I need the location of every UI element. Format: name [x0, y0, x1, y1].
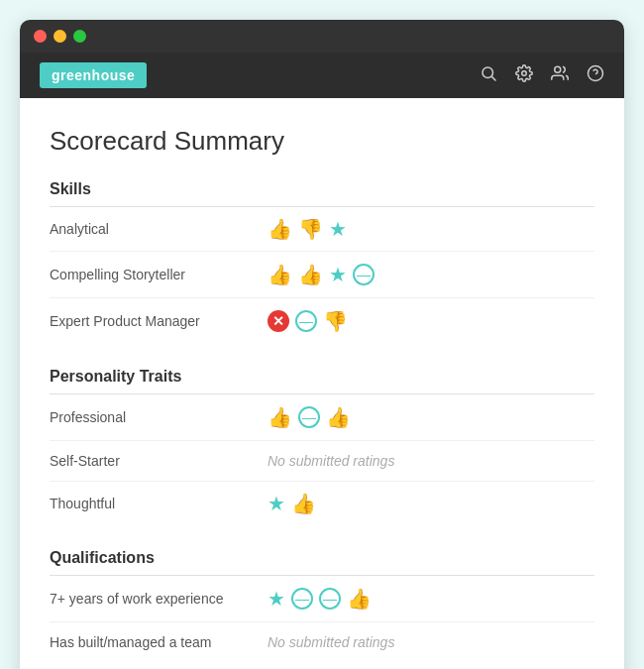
thumb-up-icon: 👍 [298, 265, 323, 284]
neutral-icon: — [319, 588, 341, 610]
neutral-icon: — [291, 588, 313, 610]
neutral-icon: — [295, 310, 317, 332]
star-icon: ★ [268, 494, 285, 513]
thumb-up-icon: 👍 [291, 494, 316, 513]
row-label: Analytical [50, 221, 268, 237]
row-label: Professional [50, 409, 268, 425]
thumb-up-icon: 👍 [326, 407, 351, 427]
thumb-up-icon: 👍 [347, 589, 372, 609]
star-icon: ★ [329, 265, 347, 284]
qualifications-header: Qualifications [50, 549, 594, 576]
qualifications-section: Qualifications 7+ years of work experien… [50, 549, 594, 662]
table-row: Compelling Storyteller 👍 👍 ★ — [50, 252, 594, 298]
profile-icon[interactable] [551, 64, 569, 87]
personality-header: Personality Traits [50, 368, 594, 394]
row-label: Thoughtful [50, 496, 268, 511]
no-ratings-text: No submitted ratings [268, 453, 394, 469]
neutral-icon: — [298, 406, 320, 428]
skills-header: Skills [50, 180, 594, 207]
thumb-down-icon: 👎 [298, 219, 323, 239]
table-row: Has built/managed a team No submitted ra… [50, 622, 594, 662]
thumb-up-icon: 👍 [268, 407, 292, 427]
help-icon[interactable] [587, 64, 604, 87]
row-ratings: No submitted ratings [268, 453, 594, 469]
star-icon: ★ [268, 589, 285, 609]
row-ratings: No submitted ratings [268, 634, 594, 650]
personality-section: Personality Traits Professional 👍 — 👍 Se… [50, 368, 594, 525]
dot-red[interactable] [34, 30, 47, 43]
settings-icon[interactable] [515, 64, 533, 87]
app-window: greenhouse [20, 20, 624, 669]
svg-point-3 [555, 66, 561, 72]
table-row: Self-Starter No submitted ratings [50, 441, 594, 482]
svg-point-2 [522, 70, 527, 75]
skills-section: Skills Analytical 👍 👎 ★ Compelling Story… [50, 180, 594, 344]
neutral-icon: — [353, 264, 375, 285]
table-row: Professional 👍 — 👍 [50, 394, 594, 441]
row-ratings: ★ — — 👍 [268, 588, 594, 610]
star-icon: ★ [329, 219, 347, 239]
table-row: Expert Product Manager ✕ — 👎 [50, 298, 594, 344]
svg-point-0 [483, 67, 493, 78]
dot-yellow[interactable] [54, 30, 66, 43]
row-label: Expert Product Manager [50, 313, 268, 329]
x-icon: ✕ [268, 310, 289, 332]
svg-line-1 [491, 76, 495, 80]
nav-bar: greenhouse [20, 53, 624, 98]
table-row: Analytical 👍 👎 ★ [50, 207, 594, 252]
row-label: Self-Starter [50, 453, 268, 469]
dot-green[interactable] [73, 30, 86, 43]
row-ratings: 👍 👎 ★ [268, 219, 594, 239]
table-row: Thoughtful ★ 👍 [50, 482, 594, 525]
nav-logo: greenhouse [40, 62, 147, 88]
row-label: 7+ years of work experience [50, 591, 268, 607]
row-ratings: ★ 👍 [268, 494, 594, 513]
row-label: Has built/managed a team [50, 634, 268, 650]
nav-icons [480, 64, 604, 87]
search-icon[interactable] [480, 64, 497, 87]
page-title: Scorecard Summary [50, 126, 594, 157]
row-ratings: ✕ — 👎 [268, 310, 594, 332]
thumb-up-icon: 👍 [268, 219, 292, 239]
row-ratings: 👍 👍 ★ — [268, 264, 594, 285]
title-bar [20, 20, 624, 53]
thumb-down-icon: 👎 [323, 311, 348, 331]
content-area: Scorecard Summary Skills Analytical 👍 👎 … [20, 98, 624, 669]
row-ratings: 👍 — 👍 [268, 406, 594, 428]
thumb-up-icon: 👍 [268, 265, 292, 284]
table-row: 7+ years of work experience ★ — — 👍 [50, 576, 594, 622]
row-label: Compelling Storyteller [50, 267, 268, 282]
no-ratings-text: No submitted ratings [268, 634, 394, 650]
